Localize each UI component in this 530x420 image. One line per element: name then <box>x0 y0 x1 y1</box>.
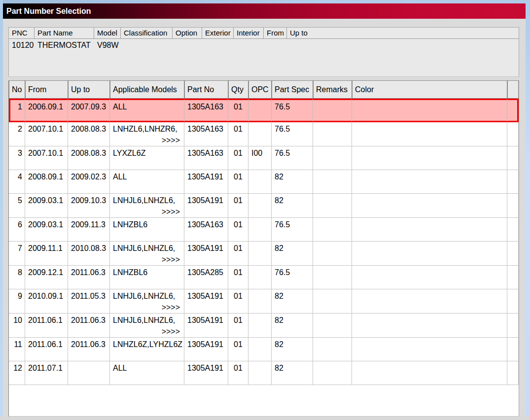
cell-part_spec[interactable]: 82 <box>272 314 313 338</box>
cell-part_spec[interactable]: 82 <box>272 242 313 266</box>
cell-end[interactable] <box>507 314 519 338</box>
table-row[interactable]: 12006.09.12007.09.3ALL1305A1630176.5 <box>9 99 519 122</box>
cell-part_no[interactable]: 1305A163 <box>184 122 228 146</box>
cell-qty[interactable]: 01 <box>228 146 248 170</box>
cell-remarks[interactable] <box>313 194 352 218</box>
cell-qty[interactable]: 01 <box>228 99 248 122</box>
cell-up_to[interactable]: 2011.06.3 <box>68 266 110 289</box>
cell-end[interactable] <box>507 289 519 314</box>
cell-models[interactable]: ALL <box>110 99 184 122</box>
cell-up_to[interactable]: 2011.06.3 <box>68 314 110 338</box>
cell-remarks[interactable] <box>313 99 352 122</box>
cell-from[interactable]: 2011.06.1 <box>25 314 68 338</box>
cell-opc[interactable] <box>248 361 272 385</box>
cell-part_no[interactable]: 1305A191 <box>184 170 228 194</box>
cell-models[interactable]: LNHZL6,LNHZR6,>>>> <box>110 122 184 146</box>
cell-models[interactable]: LNHJL6,LNHZL6,>>>> <box>110 194 184 218</box>
cell-models[interactable]: LNHJL6,LNHZL6,>>>> <box>110 242 184 266</box>
cell-remarks[interactable] <box>313 170 352 194</box>
cell-color[interactable] <box>352 122 507 146</box>
cell-qty[interactable]: 01 <box>228 122 248 146</box>
cell-opc[interactable] <box>248 122 272 146</box>
table-row[interactable]: 52009.03.12009.10.3LNHJL6,LNHZL6,>>>>130… <box>9 194 519 218</box>
cell-from[interactable]: 2007.10.1 <box>25 122 68 146</box>
cell-models[interactable]: ALL <box>110 170 184 194</box>
cell-opc[interactable] <box>248 289 272 314</box>
cell-models[interactable]: LNHZBL6 <box>110 218 184 242</box>
table-row[interactable]: 62009.03.12009.11.3LNHZBL61305A1630176.5 <box>9 218 519 242</box>
cell-models[interactable]: LNHZBL6 <box>110 266 184 289</box>
cell-up_to[interactable]: 2010.08.3 <box>68 242 110 266</box>
cell-color[interactable] <box>352 99 507 122</box>
cell-end[interactable] <box>507 170 519 194</box>
cell-end[interactable] <box>507 194 519 218</box>
cell-models[interactable]: LNHZL6Z,LYHZL6Z <box>110 338 184 361</box>
cell-no[interactable]: 11 <box>9 338 25 361</box>
cell-part_no[interactable]: 1305A191 <box>184 242 228 266</box>
cell-from[interactable]: 2006.09.1 <box>25 99 68 122</box>
table-row[interactable]: 32007.10.12008.08.3LYXZL6Z1305A16301I007… <box>9 146 519 170</box>
cell-part_no[interactable]: 1305A191 <box>184 289 228 314</box>
cell-qty[interactable]: 01 <box>228 218 248 242</box>
table-row[interactable]: 102011.06.12011.06.3LNHJL6,LNHZL6,>>>>13… <box>9 314 519 338</box>
cell-color[interactable] <box>352 338 507 361</box>
cell-remarks[interactable] <box>313 338 352 361</box>
cell-color[interactable] <box>352 218 507 242</box>
cell-part_no[interactable]: 1305A163 <box>184 146 228 170</box>
cell-color[interactable] <box>352 146 507 170</box>
title-bar[interactable]: Part Number Selection <box>3 3 526 19</box>
table-row[interactable]: 112011.06.12011.06.3LNHZL6Z,LYHZL6Z1305A… <box>9 338 519 361</box>
cell-part_no[interactable]: 1305A191 <box>184 338 228 361</box>
cell-color[interactable] <box>352 266 507 289</box>
cell-end[interactable] <box>507 266 519 289</box>
cell-part_spec[interactable]: 82 <box>272 194 313 218</box>
cell-no[interactable]: 9 <box>9 289 25 314</box>
cell-no[interactable]: 3 <box>9 146 25 170</box>
cell-part_spec[interactable]: 82 <box>272 361 313 385</box>
cell-end[interactable] <box>507 122 519 146</box>
cell-qty[interactable]: 01 <box>228 289 248 314</box>
cell-opc[interactable] <box>248 170 272 194</box>
table-row[interactable]: 42008.09.12009.02.3ALL1305A1910182 <box>9 170 519 194</box>
cell-from[interactable]: 2007.10.1 <box>25 146 68 170</box>
cell-up_to[interactable]: 2009.02.3 <box>68 170 110 194</box>
cell-end[interactable] <box>507 361 519 385</box>
cell-part_no[interactable]: 1305A191 <box>184 194 228 218</box>
cell-remarks[interactable] <box>313 289 352 314</box>
cell-remarks[interactable] <box>313 266 352 289</box>
cell-part_spec[interactable]: 76.5 <box>272 218 313 242</box>
cell-end[interactable] <box>507 99 519 122</box>
table-row[interactable]: 82009.12.12011.06.3LNHZBL61305A2850176.5 <box>9 266 519 289</box>
cell-qty[interactable]: 01 <box>228 242 248 266</box>
cell-remarks[interactable] <box>313 122 352 146</box>
cell-remarks[interactable] <box>313 314 352 338</box>
cell-no[interactable]: 7 <box>9 242 25 266</box>
cell-no[interactable]: 4 <box>9 170 25 194</box>
cell-opc[interactable] <box>248 194 272 218</box>
cell-models[interactable]: ALL <box>110 361 184 385</box>
cell-up_to[interactable] <box>68 361 110 385</box>
cell-part_spec[interactable]: 76.5 <box>272 122 313 146</box>
table-row[interactable]: 122011.07.1ALL1305A1910182 <box>9 361 519 385</box>
cell-from[interactable]: 2009.03.1 <box>25 218 68 242</box>
cell-part_spec[interactable]: 82 <box>272 170 313 194</box>
cell-part_spec[interactable]: 76.5 <box>272 266 313 289</box>
cell-color[interactable] <box>352 242 507 266</box>
cell-end[interactable] <box>507 242 519 266</box>
cell-opc[interactable] <box>248 242 272 266</box>
cell-models[interactable]: LYXZL6Z <box>110 146 184 170</box>
cell-color[interactable] <box>352 361 507 385</box>
table-row[interactable]: 92010.09.12011.05.3LNHJL6,LNHZL6,>>>>130… <box>9 289 519 314</box>
cell-models[interactable]: LNHJL6,LNHZL6,>>>> <box>110 289 184 314</box>
cell-no[interactable]: 1 <box>9 99 25 122</box>
cell-no[interactable]: 2 <box>9 122 25 146</box>
cell-up_to[interactable]: 2008.08.3 <box>68 146 110 170</box>
cell-end[interactable] <box>507 218 519 242</box>
cell-opc[interactable] <box>248 218 272 242</box>
cell-end[interactable] <box>507 338 519 361</box>
cell-part_spec[interactable]: 82 <box>272 338 313 361</box>
cell-remarks[interactable] <box>313 361 352 385</box>
cell-no[interactable]: 12 <box>9 361 25 385</box>
cell-color[interactable] <box>352 194 507 218</box>
cell-qty[interactable]: 01 <box>228 194 248 218</box>
